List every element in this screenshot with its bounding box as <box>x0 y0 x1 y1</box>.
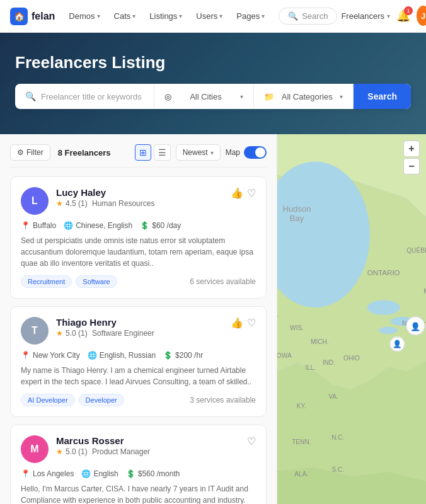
money-icon: 💲 <box>163 351 173 360</box>
nav-demos[interactable]: Demos ▾ <box>64 9 105 23</box>
language-text: Chinese, English <box>76 221 132 230</box>
svg-text:👤: 👤 <box>393 340 402 348</box>
nav-users[interactable]: Users ▾ <box>191 9 227 23</box>
category-dropdown[interactable]: 📁 All Categories ▾ <box>254 84 354 109</box>
freelancer-rating: ★ 5.0 (1) Product Manager <box>56 447 239 456</box>
card-header: M Marcus Rosser ★ 5.0 (1) Product Manage… <box>21 435 256 463</box>
svg-text:MISS.: MISS. <box>277 466 278 473</box>
map-toggle[interactable]: Map <box>226 146 267 159</box>
rate-meta: 💲 $560 /month <box>126 469 180 478</box>
map-switch[interactable] <box>244 146 267 159</box>
specialty-label: Software Engineer <box>90 329 154 338</box>
chevron-down-icon: ▾ <box>219 13 222 20</box>
nav-pages[interactable]: Pages ▾ <box>231 9 270 23</box>
freelancers-dropdown[interactable]: Freelancers ▾ <box>341 11 390 21</box>
svg-text:IOWA: IOWA <box>277 352 292 359</box>
toggle-knob <box>255 147 265 158</box>
freelancer-avatar: T <box>21 317 49 345</box>
card-footer: AI DeveloperDeveloper 3 services availab… <box>21 394 256 406</box>
globe-icon: 🌐 <box>81 469 91 478</box>
logo[interactable]: 🏠 felan <box>10 8 55 25</box>
rating-value: 5.0 (1) <box>66 447 88 456</box>
view-toggle: ⊞ ☰ <box>135 144 171 161</box>
svg-text:VA.: VA. <box>328 393 338 400</box>
logo-text: felan <box>32 11 55 22</box>
avatar: J <box>417 6 426 26</box>
main-content: ⚙ Filter 8 Freelancers ⊞ ☰ Newest ▾ Map <box>0 134 426 504</box>
grid-view-button[interactable]: ⊞ <box>135 144 151 161</box>
filter-button[interactable]: ⚙ Filter <box>10 144 50 161</box>
globe-icon: 🌐 <box>88 351 97 360</box>
search-button[interactable]: Search <box>354 84 411 109</box>
card-meta: 📍 Los Angeles 🌐 English 💲 $560 /month <box>21 469 256 478</box>
rating-value: 4.5 (1) <box>66 199 88 208</box>
location-meta: 📍 Buffalo <box>21 221 56 230</box>
svg-text:S.C.: S.C. <box>331 466 344 473</box>
favorite-button[interactable]: ♡ <box>247 187 256 199</box>
keyword-search[interactable]: 🔍 Freelancer title or keywords <box>15 84 154 109</box>
location-icon: 📍 <box>21 221 30 230</box>
nav-search[interactable]: 🔍 Search <box>279 8 337 25</box>
nav-listings[interactable]: Listings ▾ <box>144 9 187 23</box>
zoom-in-button[interactable]: + <box>403 140 420 157</box>
thumb-button[interactable]: 👍 <box>231 187 243 199</box>
page-title: Freelancers Listing <box>15 53 411 72</box>
nav-right: Freelancers ▾ 🔔 1 J Jen Jay Freelancer (… <box>341 3 426 29</box>
rating-value: 5.0 (1) <box>66 329 88 338</box>
card-footer: RecruitmentSoftware 6 services available <box>21 275 256 288</box>
freelancer-name: Marcus Rosser <box>56 435 239 446</box>
map-svg: Hudson Bay ONTARIO QUÉBEC MAINE MINN. WI… <box>277 134 426 504</box>
location-icon: ◎ <box>164 92 171 101</box>
card-actions: ♡ <box>247 435 256 447</box>
star-icon: ★ <box>56 447 63 456</box>
chevron-down-icon: ▾ <box>97 13 100 20</box>
card-meta: 📍 Buffalo 🌐 Chinese, English 💲 $60 /day <box>21 221 256 230</box>
svg-text:Hudson: Hudson <box>283 204 311 214</box>
freelancer-card: L Lucy Haley ★ 4.5 (1) Human Resources 👍… <box>10 176 267 299</box>
filter-icon: ⚙ <box>17 148 24 157</box>
favorite-button[interactable]: ♡ <box>247 317 256 329</box>
location-text: Los Angeles <box>33 469 74 478</box>
svg-text:ONTARIO: ONTARIO <box>367 269 400 277</box>
rate-text: $200 /hr <box>175 351 203 360</box>
chevron-down-icon: ▾ <box>387 13 390 20</box>
favorite-button[interactable]: ♡ <box>247 435 256 447</box>
nav-cats[interactable]: Cats ▾ <box>109 9 141 23</box>
svg-text:KY.: KY. <box>297 403 306 410</box>
freelancer-description: My name is Thiago Henry. I am a chemical… <box>21 365 256 387</box>
card-header: L Lucy Haley ★ 4.5 (1) Human Resources 👍… <box>21 187 256 215</box>
location-text: New York City <box>33 351 80 360</box>
folder-icon: 📁 <box>264 92 274 101</box>
services-count: 6 services available <box>190 277 256 286</box>
search-bar: 🔍 Freelancer title or keywords ◎ All Cit… <box>15 84 411 109</box>
svg-text:N.C.: N.C. <box>331 434 344 441</box>
tag: Software <box>76 275 117 288</box>
svg-text:WIS.: WIS. <box>290 324 304 331</box>
money-icon: 💲 <box>126 469 135 478</box>
rate-text: $60 /day <box>152 221 181 230</box>
thumb-button[interactable]: 👍 <box>231 317 243 329</box>
location-meta: 📍 New York City <box>21 351 80 360</box>
sort-dropdown[interactable]: Newest ▾ <box>176 144 221 161</box>
language-meta: 🌐 English <box>81 469 118 478</box>
language-meta: 🌐 English, Russian <box>88 351 156 360</box>
freelancer-list: L Lucy Haley ★ 4.5 (1) Human Resources 👍… <box>10 176 267 504</box>
svg-text:MICH.: MICH. <box>311 338 329 345</box>
zoom-out-button[interactable]: − <box>403 158 420 175</box>
freelancer-avatar: M <box>21 435 49 463</box>
city-dropdown[interactable]: ◎ All Cities ▾ <box>154 84 254 109</box>
list-view-button[interactable]: ☰ <box>154 144 171 161</box>
money-icon: 💲 <box>140 221 149 230</box>
svg-text:ALA.: ALA. <box>294 471 308 478</box>
rate-meta: 💲 $60 /day <box>140 221 181 230</box>
svg-text:👤: 👤 <box>410 321 421 332</box>
language-text: English <box>93 469 118 478</box>
card-actions: 👍 ♡ <box>231 317 256 329</box>
filter-bar: ⚙ Filter 8 Freelancers ⊞ ☰ Newest ▾ Map <box>10 144 267 168</box>
svg-text:ILL.: ILL. <box>305 364 316 371</box>
card-info: Thiago Henry ★ 5.0 (1) Software Engineer <box>56 317 223 338</box>
freelancer-avatar: L <box>21 187 49 215</box>
user-menu[interactable]: J Jen Jay Freelancer ($4,900) <box>417 3 426 29</box>
notifications-button[interactable]: 🔔 1 <box>396 9 410 23</box>
freelancer-name: Thiago Henry <box>56 317 223 328</box>
